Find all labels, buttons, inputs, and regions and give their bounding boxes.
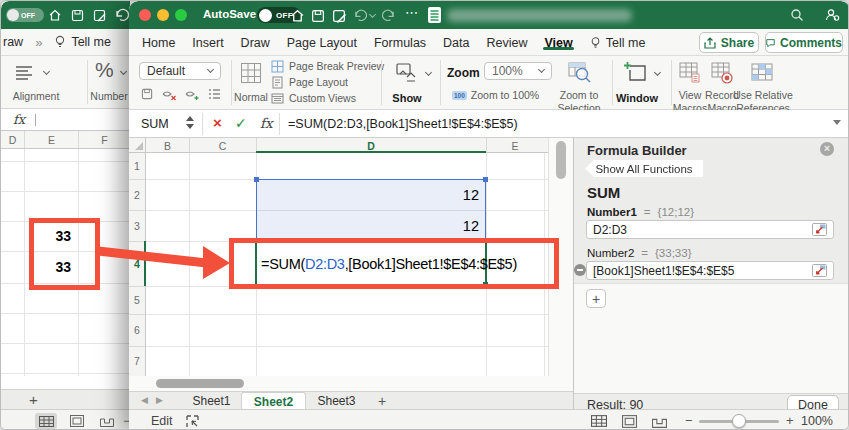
alignment-chevron-icon[interactable]	[43, 68, 50, 75]
row-header-4[interactable]: 4	[129, 241, 145, 286]
page-layout-button[interactable]: Page Layout	[271, 76, 348, 89]
home-icon[interactable]	[47, 7, 63, 23]
zoom-to-100-button[interactable]: 100 Zoom to 100%	[452, 89, 539, 102]
view-normal-icon[interactable]	[590, 414, 608, 428]
tab-overflow-icon[interactable]: »	[35, 35, 42, 50]
sheet-tab-sheet3[interactable]: Sheet3	[309, 392, 364, 410]
close-panel-icon[interactable]: ×	[820, 142, 834, 156]
bg-cell-33-b[interactable]: 33	[24, 251, 78, 283]
range-selector-icon[interactable]	[812, 223, 827, 236]
save-icon[interactable]	[69, 7, 85, 23]
bg-view-layout-icon[interactable]	[67, 413, 87, 429]
row-header-5[interactable]: 5	[129, 286, 145, 314]
confirm-entry-icon[interactable]: ✓	[235, 115, 247, 131]
window-label[interactable]: Window	[611, 92, 663, 104]
undo-icon[interactable]	[352, 7, 367, 23]
bg-col-header-d[interactable]: D	[1, 131, 24, 148]
number-format-icon[interactable]: %	[95, 58, 114, 82]
vertical-scrollbar[interactable]	[548, 138, 573, 376]
view-list-icon[interactable]	[207, 87, 222, 101]
tab-review[interactable]: Review	[486, 36, 527, 50]
save-edit-icon[interactable]	[91, 7, 107, 23]
row-header-7[interactable]: 7	[129, 346, 145, 376]
normal-view-icon[interactable]	[238, 60, 264, 86]
search-icon[interactable]	[789, 7, 805, 23]
number-chevron-icon[interactable]	[120, 68, 127, 75]
bg-tab-draw-partial[interactable]: raw	[3, 35, 23, 49]
bg-view-pagebreak-icon[interactable]	[97, 413, 117, 429]
col-header-e[interactable]: E	[486, 138, 544, 153]
share-button[interactable]: Share	[699, 32, 759, 53]
row-header-3[interactable]: 3	[129, 210, 145, 241]
zoom-to-selection-icon[interactable]	[566, 59, 592, 85]
formula-bar-input[interactable]: =SUM(D2:D3,[Book1]Sheet1!$E$4:$E$5)	[288, 117, 518, 131]
show-view-icon[interactable]	[184, 87, 200, 101]
tab-data[interactable]: Data	[443, 36, 469, 50]
row-header-2[interactable]: 2	[129, 179, 145, 210]
bg-view-normal-icon[interactable]	[35, 413, 57, 429]
edit-cell-fill-handle[interactable]	[483, 282, 488, 287]
v-scroll-thumb[interactable]	[556, 141, 566, 179]
zoom-in-button[interactable]: +	[786, 413, 794, 428]
arg1-input[interactable]: D2:D3	[586, 220, 834, 239]
tab-page-layout[interactable]: Page Layout	[287, 36, 357, 50]
h-scroll-thumb[interactable]	[156, 379, 244, 388]
sheet-nav-next-icon[interactable]: ▶	[156, 395, 163, 405]
add-sheet-button[interactable]: +	[374, 392, 390, 410]
minimize-window-button[interactable]	[157, 9, 169, 21]
bg-add-sheet-button[interactable]: +	[29, 391, 38, 408]
zoom-out-button[interactable]: −	[685, 413, 693, 428]
undo-chevron-icon[interactable]	[369, 11, 376, 18]
add-argument-button[interactable]: +	[586, 289, 606, 308]
bg-sheet-grid[interactable]: 33 33	[1, 149, 130, 376]
insert-function-icon[interactable]: fx	[260, 115, 273, 131]
hide-view-icon[interactable]	[161, 87, 177, 101]
bg-tab-tell-me[interactable]: Tell me	[71, 35, 111, 49]
save-icon[interactable]	[310, 8, 326, 24]
save-view-icon[interactable]	[139, 87, 154, 101]
cancel-entry-icon[interactable]: ×	[213, 114, 222, 131]
col-header-b[interactable]: B	[146, 138, 189, 153]
tab-home[interactable]: Home	[142, 36, 175, 50]
undo-icon[interactable]	[113, 6, 129, 22]
tab-draw[interactable]: Draw	[241, 36, 270, 50]
formula-bar-expand-icon[interactable]	[833, 120, 841, 125]
alignment-icon[interactable]	[13, 62, 39, 84]
presence-people-icon[interactable]	[823, 6, 841, 24]
cell-d2[interactable]: 12	[256, 179, 486, 210]
view-style-dropdown[interactable]: Default	[139, 62, 221, 80]
name-box[interactable]: SUM	[141, 117, 169, 131]
zoom-dropdown[interactable]: 100%	[484, 62, 552, 80]
custom-views-button[interactable]: Custom Views	[271, 92, 356, 105]
show-chevron-icon[interactable]	[425, 69, 432, 76]
save-edit-icon[interactable]	[331, 8, 347, 24]
maximize-window-button[interactable]	[175, 9, 187, 21]
col-header-c[interactable]: C	[189, 138, 256, 153]
remove-arg2-icon[interactable]	[574, 264, 586, 276]
tab-tell-me[interactable]: Tell me	[590, 36, 646, 50]
cell-d3[interactable]: 12	[256, 210, 486, 241]
view-macros-icon[interactable]	[677, 60, 702, 85]
show-all-functions-button[interactable]: Show All Functions	[585, 160, 703, 177]
sheet-nav-prev-icon[interactable]: ◀	[141, 395, 148, 405]
new-window-icon[interactable]	[621, 59, 649, 87]
name-box-stepper[interactable]	[186, 116, 194, 129]
record-macro-icon[interactable]	[709, 60, 734, 85]
sheet-grid[interactable]: 12 12 =SUM(D2:D3,[Book1]Sheet1!$E$4:$E$5…	[146, 153, 548, 376]
window-chevron-icon[interactable]	[654, 69, 661, 76]
view-layout-icon[interactable]	[620, 414, 638, 428]
bg-autosave-toggle[interactable]: OFF	[6, 8, 44, 22]
horizontal-scrollbar[interactable]	[129, 376, 573, 391]
tab-view[interactable]: View	[544, 36, 572, 50]
comments-button[interactable]: Comments	[765, 32, 843, 53]
normal-view-label[interactable]: Normal	[226, 91, 276, 104]
view-pagebreak-icon[interactable]	[650, 414, 668, 428]
bg-col-header-f[interactable]: F	[78, 131, 130, 148]
row-header-6[interactable]: 6	[129, 314, 145, 346]
edit-cell-d4[interactable]: =SUM(D2:D3,[Book1]Sheet1!$E$4:$E$5)	[255, 241, 487, 286]
more-toolbar-icon[interactable]: ⋯	[405, 5, 419, 20]
row-header-1[interactable]: 1	[129, 153, 145, 179]
arg2-input[interactable]: [Book1]Sheet1!$E$4:$E$5	[586, 261, 834, 280]
sheet-tab-sheet1[interactable]: Sheet1	[184, 392, 239, 410]
page-break-preview-button[interactable]: Page Break Preview	[271, 60, 384, 73]
